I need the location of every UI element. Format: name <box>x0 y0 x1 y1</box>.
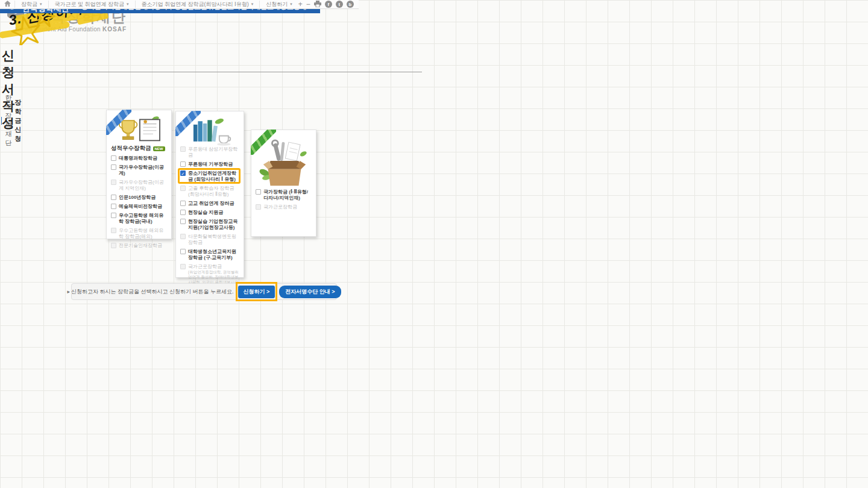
section-label: 한국장학재단 장학금 신청 <box>1 93 22 148</box>
scholarship-label: 중소기업취업연계장학금 (희망사다리 Ⅰ 유형) <box>188 170 239 183</box>
chevron-down-icon: ▾ <box>290 2 292 7</box>
breadcrumb-item[interactable]: 신청하기▾ <box>259 1 298 8</box>
facebook-icon[interactable]: f <box>325 1 332 8</box>
scholarship-item[interactable]: 대학생청소년교육지원장학금 (구.교육기부) <box>180 249 239 261</box>
scholarship-list: 푸른등대 삼성기부장학금푸른등대 기부장학금✓중소기업취업연계장학금 (희망사다… <box>180 146 239 299</box>
checkbox <box>180 264 186 269</box>
title-divider <box>0 72 422 72</box>
chevron-down-icon: ▾ <box>127 2 129 7</box>
checkbox <box>111 243 116 248</box>
scholarship-label: 현장실습 지원금 <box>188 210 223 216</box>
scholarship-card-merit: 성적우수장학금 NEW 대통령과학장학금국가우수장학금(이공계)국가우수장학금(… <box>106 110 172 239</box>
scholarship-label: 국가우수장학금(이공계) <box>119 164 167 177</box>
scholarship-label: 대통령과학장학금 <box>119 155 157 161</box>
breadcrumb-label: 중소기업 취업연계 장학금(희망사다리 Ⅰ유형) <box>142 1 249 8</box>
checkbox <box>111 228 116 233</box>
checkbox[interactable] <box>111 155 116 161</box>
scholarship-item[interactable]: 고졸 후학습자 장학금 (희망사다리 Ⅱ유형) <box>180 186 239 198</box>
scholarship-label: 푸른등대 삼성기부장학금 <box>188 146 239 158</box>
checkbox <box>180 234 186 239</box>
scholarship-item[interactable]: 현장실습 지원금 <box>180 210 239 216</box>
esignature-guide-button[interactable]: 전자서명수단 안내 > <box>279 286 341 298</box>
scholarship-item[interactable]: 다문화탈북학생멘토링장학금 <box>180 234 239 246</box>
section-accent-bar <box>1 117 2 125</box>
new-badge: NEW <box>153 146 165 151</box>
card-title: 성적우수장학금 NEW <box>111 145 167 152</box>
home-icon[interactable] <box>0 1 14 8</box>
zoom-out-button[interactable]: − <box>306 0 310 8</box>
scholarship-label: 인문100년장학금 <box>119 195 156 201</box>
checkbox[interactable]: ✓ <box>180 170 186 176</box>
scholarship-label: 전문기술인재장학금 <box>119 243 162 249</box>
chevron-down-icon: ▾ <box>40 2 42 7</box>
checkbox[interactable] <box>111 195 116 200</box>
scholarship-label: 고졸 후학습자 장학금 (희망사다리 Ⅱ유형) <box>188 186 239 198</box>
scholarship-label: 푸른등대 기부장학금 <box>188 161 233 167</box>
books-coffee-image <box>180 115 239 146</box>
toolbox-image <box>256 134 312 189</box>
checkbox <box>111 180 116 185</box>
scholarship-item[interactable]: 고교 취업연계 장려금 <box>180 201 239 207</box>
scholarship-item[interactable]: 푸른등대 기부장학금 <box>180 161 239 167</box>
checkbox[interactable] <box>180 201 186 206</box>
breadcrumb-tools: + − f t b <box>298 0 359 8</box>
print-icon[interactable] <box>314 1 321 8</box>
scholarship-item[interactable]: 우수고등학생 해외유학 장학금(해외) <box>111 228 167 240</box>
scholarship-item[interactable]: 현장실습 기업현장교육 지원(기업현장교사등) <box>180 219 239 231</box>
checkbox[interactable] <box>180 210 186 215</box>
section-label-regular: 한국장학재단 <box>5 93 13 148</box>
bullet-icon: ▸ <box>67 289 70 295</box>
apply-instruction: ▸신청하고자 하시는 장학금을 선택하시고 신청하기 버튼을 누르세요. <box>67 288 233 296</box>
scholarship-label: 국가우수장학금(이공계 지역인재) <box>119 180 167 192</box>
checkbox[interactable] <box>111 204 116 209</box>
twitter-icon[interactable]: t <box>336 1 343 8</box>
scholarship-card-employment: 푸른등대 삼성기부장학금푸른등대 기부장학금✓중소기업취업연계장학금 (희망사다… <box>175 111 244 278</box>
apply-button-highlight: 신청하기 > <box>238 285 275 298</box>
scholarship-item[interactable]: ✓중소기업취업연계장학금 (희망사다리 Ⅰ 유형) <box>180 170 239 183</box>
scholarship-item[interactable]: 국가우수장학금(이공계) <box>111 164 167 177</box>
scholarship-label: 현장실습 기업현장교육 지원(기업현장교사등) <box>188 219 239 231</box>
section-label-bold: 장학금 신청 <box>15 98 22 143</box>
checkbox <box>180 186 186 191</box>
selected-highlight-box: ✓중소기업취업연계장학금 (희망사다리 Ⅰ 유형) <box>180 170 239 183</box>
apply-footer-bar: ▸신청하고자 하시는 장학금을 선택하시고 신청하기 버튼을 누르세요. 신청하… <box>71 283 337 300</box>
scholarship-label: 다문화탈북학생멘토링장학금 <box>188 234 239 246</box>
scholarship-item[interactable]: 우수고등학생 해외유학 장학금(국내) <box>111 213 167 225</box>
checkbox[interactable] <box>111 164 116 170</box>
checkbox[interactable] <box>256 189 261 195</box>
scholarship-item[interactable]: 예술체육비전장학금 <box>111 204 167 210</box>
breadcrumb-items: 장학금▾국가근로 및 취업연계 장학금▾중소기업 취업연계 장학금(희망사다리 … <box>14 1 298 8</box>
scholarship-label: 예술체육비전장학금 <box>119 204 162 210</box>
scholarship-label: 대학생청소년교육지원장학금 (구.교육기부) <box>188 249 239 261</box>
checkbox[interactable] <box>180 219 186 224</box>
checkbox <box>180 146 186 152</box>
scholarship-label: 우수고등학생 해외유학 장학금(해외) <box>119 228 167 240</box>
blog-icon[interactable]: b <box>347 1 354 8</box>
breadcrumb-item[interactable]: 장학금▾ <box>14 1 48 8</box>
breadcrumb-item[interactable]: 국가근로 및 취업연계 장학금▾ <box>48 1 135 8</box>
breadcrumb-label: 장학금 <box>21 1 37 8</box>
scholarship-item[interactable]: 대통령과학장학금 <box>111 155 167 161</box>
zoom-in-button[interactable]: + <box>298 0 303 8</box>
breadcrumb: 장학금▾국가근로 및 취업연계 장학금▾중소기업 취업연계 장학금(희망사다리 … <box>0 0 359 9</box>
scholarship-item[interactable]: 인문100년장학금 <box>111 195 167 201</box>
scholarship-label: 우수고등학생 해외유학 장학금(국내) <box>119 213 167 225</box>
trophy-certificate-image <box>111 114 167 143</box>
checkbox[interactable] <box>111 213 116 218</box>
scholarship-card-national: 국가장학금 (Ⅰ·Ⅱ유형/다자녀/지역인재)국가근로장학금 <box>251 130 316 237</box>
scholarship-item[interactable]: 푸른등대 삼성기부장학금 <box>180 146 239 158</box>
breadcrumb-label: 국가근로 및 취업연계 장학금 <box>55 1 125 8</box>
scholarship-item[interactable]: 전문기술인재장학금 <box>111 243 167 249</box>
checkbox[interactable] <box>180 249 186 254</box>
scholarship-list: 대통령과학장학금국가우수장학금(이공계)국가우수장학금(이공계 지역인재)인문1… <box>111 155 167 249</box>
scholarship-item[interactable]: 국가근로장학금 <box>256 204 312 210</box>
breadcrumb-item[interactable]: 중소기업 취업연계 장학금(희망사다리 Ⅰ유형)▾ <box>135 1 260 8</box>
scholarship-item[interactable]: 국가우수장학금(이공계 지역인재) <box>111 180 167 192</box>
scholarship-label: 국가근로장학금 <box>263 204 297 210</box>
apply-button[interactable]: 신청하기 > <box>238 286 275 298</box>
checkbox[interactable] <box>180 161 186 167</box>
scholarship-label: 국가장학금 (Ⅰ·Ⅱ유형/다자녀/지역인재) <box>263 189 312 201</box>
checkbox <box>256 204 261 210</box>
scholarship-item[interactable]: 국가장학금 (Ⅰ·Ⅱ유형/다자녀/지역인재) <box>256 189 312 201</box>
scholarship-label: 고교 취업연계 장려금 <box>188 201 234 207</box>
